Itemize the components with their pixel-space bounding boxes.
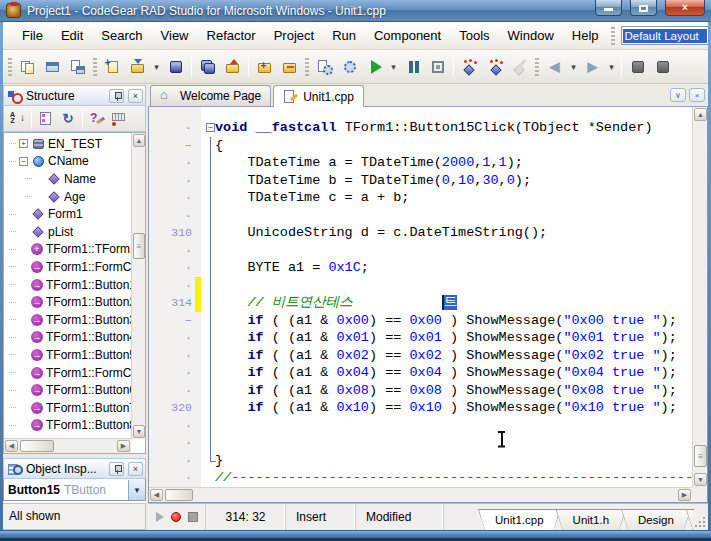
combo-dropdown-icon[interactable]: ▾	[128, 480, 145, 500]
code-text[interactable]: BYTE a1 = 0x1C;	[215, 259, 369, 277]
navigate-back-dropdown-button[interactable]: ▾	[567, 55, 580, 79]
run-dropdown-button[interactable]: ▾	[387, 55, 400, 79]
navigate-back-button[interactable]: ◀	[542, 55, 567, 79]
bottom-tab-unit1-cpp[interactable]: Unit1.cpp	[478, 509, 561, 530]
tree-item-tform1-button8[interactable]: →TForm1::Button8	[5, 417, 131, 435]
menu-refactor[interactable]: Refactor	[198, 24, 265, 47]
code-editor[interactable]: ·−void __fastcall TForm1::Button15Click(…	[148, 107, 708, 503]
toolbar-grip[interactable]	[305, 58, 309, 76]
tree-horizontal-scrollbar[interactable]: ◀ ▶	[4, 438, 131, 453]
code-text[interactable]: if ( (a1 & 0x00) == 0x00 ) ShowMessage("…	[215, 312, 677, 330]
toolbar-grip[interactable]	[611, 27, 615, 45]
code-text[interactable]: if ( (a1 & 0x04) == 0x04 ) ShowMessage("…	[215, 364, 677, 382]
scroll-down-icon[interactable]: ▼	[133, 425, 145, 438]
record-icon[interactable]	[171, 512, 181, 522]
class-view-button[interactable]	[35, 109, 57, 129]
new-items-button[interactable]	[15, 55, 40, 79]
toolbar-grip[interactable]	[93, 58, 97, 76]
minimize-button[interactable]	[595, 0, 622, 16]
scroll-thumb[interactable]	[20, 440, 54, 452]
menu-project[interactable]: Project	[265, 24, 323, 47]
code-text[interactable]: TDateTime c = a + b;	[215, 189, 409, 207]
bottom-tab-unit1-h[interactable]: Unit1.h	[556, 509, 626, 530]
title-bar[interactable]: Project1 - CodeGear RAD Studio for Micro…	[0, 0, 711, 22]
code-text[interactable]: UnicodeString d = c.DateTimeString();	[215, 224, 547, 242]
code-text[interactable]: {	[215, 137, 223, 155]
scroll-thumb[interactable]: ≡	[694, 445, 707, 467]
code-text[interactable]: if ( (a1 & 0x01) == 0x01 ) ShowMessage("…	[215, 329, 677, 347]
structure-pin-button[interactable]	[109, 89, 124, 103]
code-text[interactable]: //--------------------------------------…	[215, 469, 692, 487]
tree-item-tform1-button3[interactable]: →TForm1::Button3	[5, 311, 131, 329]
tree-item-age[interactable]: Age	[5, 188, 131, 206]
scroll-right-icon[interactable]: ▶	[678, 489, 691, 501]
tab-unit1-cpp[interactable]: Unit1.cpp	[273, 85, 364, 107]
menu-help[interactable]: Help	[563, 24, 608, 47]
sort-alpha-button[interactable]: AZ↓	[6, 109, 28, 129]
open-file-button[interactable]	[125, 55, 150, 79]
menu-tools[interactable]: Tools	[450, 24, 498, 47]
pause-button[interactable]	[400, 55, 425, 79]
open-file-dropdown-button[interactable]: ▾	[150, 55, 163, 79]
step-over-button[interactable]	[457, 55, 482, 79]
tree-item-tform1-button5[interactable]: →TForm1::Button5	[5, 346, 131, 364]
tree-item-tform1-button2[interactable]: →TForm1::Button2	[5, 293, 131, 311]
menu-window[interactable]: Window	[499, 24, 563, 47]
scroll-right-icon[interactable]: ▶	[117, 440, 130, 452]
desktop-layout-combo[interactable]: Default Layout ▾	[621, 26, 708, 45]
trace-into-button[interactable]	[482, 55, 507, 79]
scroll-left-icon[interactable]: ◀	[5, 440, 18, 452]
navigate-forward-dropdown-button[interactable]: ▾	[605, 55, 618, 79]
tab-close-icon[interactable]: ×	[689, 88, 705, 102]
refresh-button[interactable]: ↻	[57, 109, 79, 129]
tree-item-tform1-button7[interactable]: →TForm1::Button7	[5, 399, 131, 417]
scroll-up-icon[interactable]: ▲	[694, 108, 707, 121]
view-form-button[interactable]	[40, 55, 65, 79]
tree-item-name[interactable]: Name	[5, 170, 131, 188]
editor-horizontal-scrollbar[interactable]: ◀ ▶	[149, 487, 692, 502]
maximize-button[interactable]	[630, 0, 657, 16]
menu-view[interactable]: View	[152, 24, 198, 47]
code-text[interactable]: if ( (a1 & 0x10) == 0x10 ) ShowMessage("…	[215, 399, 677, 417]
tree-item-tform1-button1[interactable]: →TForm1::Button1	[5, 276, 131, 294]
toolbar-grip[interactable]	[535, 58, 539, 76]
toggle-form-unit-button[interactable]	[65, 55, 90, 79]
scroll-up-icon[interactable]: ▲	[133, 134, 145, 147]
stop-icon[interactable]	[188, 512, 198, 522]
navigate-forward-button[interactable]: ▶	[580, 55, 605, 79]
add-to-project-button[interactable]: +	[252, 55, 277, 79]
editor-vertical-scrollbar[interactable]: ▲ ≡ ▼	[692, 107, 707, 487]
tab-welcome-page[interactable]: ⌂Welcome Page	[150, 85, 271, 106]
close-button[interactable]: ×	[665, 0, 705, 16]
code-text[interactable]: void __fastcall TForm1::Button15Click(TO…	[215, 119, 652, 137]
menu-component[interactable]: Component	[365, 24, 450, 47]
inspector-object-combo[interactable]: Button15 TButton ▾	[3, 479, 146, 501]
code-text[interactable]: }	[215, 452, 223, 470]
tree-item-plist[interactable]: pList	[5, 223, 131, 241]
collapse-icon[interactable]: −	[19, 157, 28, 166]
tree-item-cname[interactable]: −CName	[5, 153, 131, 171]
scroll-thumb[interactable]	[165, 489, 193, 501]
bottom-tab-design[interactable]: Design	[621, 509, 691, 530]
menu-edit[interactable]: Edit	[52, 24, 92, 47]
code-area[interactable]: ·−void __fastcall TForm1::Button15Click(…	[149, 107, 692, 487]
window-1-button[interactable]	[625, 55, 650, 79]
program-reset-button[interactable]	[425, 55, 450, 79]
menu-file[interactable]: File	[13, 24, 52, 47]
inspector-close-button[interactable]: ×	[128, 462, 143, 476]
open-project-button[interactable]	[220, 55, 245, 79]
code-text[interactable]: if ( (a1 & 0x02) == 0x02 ) ShowMessage("…	[215, 347, 677, 365]
ruler-button[interactable]	[108, 109, 130, 129]
tree-item-tform1-button4[interactable]: →TForm1::Button4	[5, 329, 131, 347]
tree-item-tform1-formcr[interactable]: →TForm1::FormCr	[5, 258, 131, 276]
menu-search[interactable]: Search	[92, 24, 151, 47]
scroll-left-icon[interactable]: ◀	[150, 489, 163, 501]
tree-item-tform1-tform1[interactable]: +TForm1::TForm1	[5, 241, 131, 259]
scroll-down-icon[interactable]: ▼	[694, 473, 707, 486]
scroll-thumb[interactable]: ≡	[133, 233, 145, 259]
save-all-button[interactable]	[195, 55, 220, 79]
trace-to-next-button[interactable]	[507, 55, 532, 79]
fold-collapse-icon[interactable]: −	[206, 123, 215, 132]
new-file-button[interactable]: +	[100, 55, 125, 79]
tree-vertical-scrollbar[interactable]: ▲ ≡ ▼	[131, 133, 145, 439]
